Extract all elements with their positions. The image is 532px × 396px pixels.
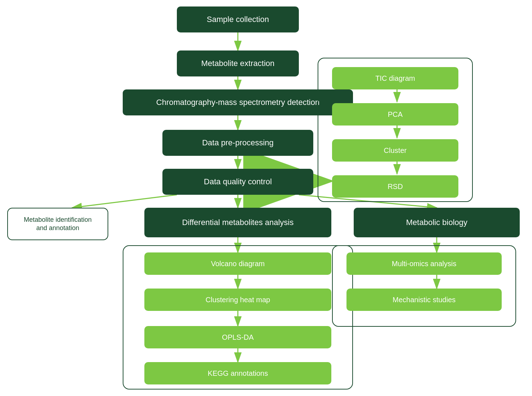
opls-da-label: OPLS-DA	[222, 333, 254, 342]
metabolic-biology-label: Metabolic biology	[406, 218, 467, 227]
clustering-heatmap-label: Clustering heat map	[206, 296, 270, 304]
data-preprocessing-label: Data pre-processing	[202, 138, 274, 148]
mechanistic-node: Mechanistic studies	[346, 289, 502, 311]
metabolic-biology-node: Metabolic biology	[354, 208, 520, 237]
clustering-heatmap-node: Clustering heat map	[144, 289, 331, 311]
tic-label: TIC diagram	[375, 74, 415, 83]
metabolite-extraction-label: Metabolite extraction	[201, 59, 275, 68]
tic-node: TIC diagram	[332, 67, 458, 89]
chromatography-label: Chromatography-mass spectrometry detecti…	[156, 98, 319, 107]
cluster-node: Cluster	[332, 139, 458, 162]
differential-label: Differential metabolites analysis	[182, 218, 294, 227]
mechanistic-label: Mechanistic studies	[393, 296, 456, 304]
sample-collection-label: Sample collection	[207, 15, 269, 24]
data-preprocessing-node: Data pre-processing	[162, 130, 313, 156]
kegg-node: KEGG annotations	[144, 362, 331, 384]
differential-node: Differential metabolites analysis	[144, 208, 331, 237]
volcano-node: Volcano diagram	[144, 252, 331, 275]
multi-omics-label: Multi-omics analysis	[392, 260, 457, 268]
kegg-label: KEGG annotations	[208, 369, 268, 378]
rsd-node: RSD	[332, 175, 458, 198]
data-quality-node: Data quality control	[162, 169, 313, 195]
volcano-label: Volcano diagram	[211, 260, 265, 268]
multi-omics-node: Multi-omics analysis	[346, 252, 502, 275]
rsd-label: RSD	[388, 182, 403, 191]
pca-label: PCA	[388, 110, 402, 119]
sample-collection-node: Sample collection	[177, 6, 299, 32]
metabolite-id-node: Metabolite identification and annotation	[7, 208, 108, 240]
pca-node: PCA	[332, 103, 458, 126]
opls-da-node: OPLS-DA	[144, 326, 331, 348]
metabolite-id-label: Metabolite identification and annotation	[24, 216, 92, 233]
svg-line-8	[72, 195, 177, 208]
metabolite-extraction-node: Metabolite extraction	[177, 50, 299, 76]
cluster-label: Cluster	[384, 146, 406, 155]
data-quality-label: Data quality control	[204, 177, 272, 186]
